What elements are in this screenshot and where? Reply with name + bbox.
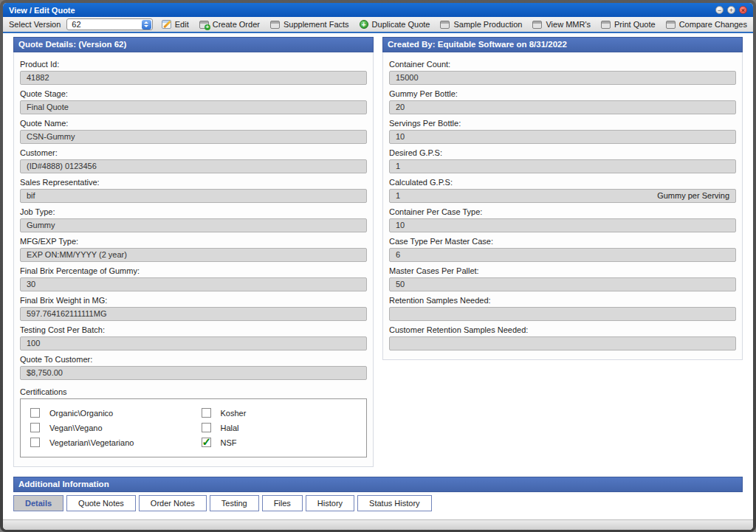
edit-button[interactable]: Edit [162, 20, 189, 29]
field-label-desired-g-p-s: Desired G.P.S: [389, 148, 736, 157]
created-by-body: Container Count:15000Gummy Per Bottle:20… [382, 52, 743, 360]
view-mmr-s-button[interactable]: View MMR's [532, 20, 591, 29]
cert-row-vegan-vegano: Vegan\Vegano [30, 423, 196, 432]
field-label-servings-per-bottle: Servings Per Bottle: [389, 119, 736, 128]
additional-information-header: Additional Information [13, 477, 743, 492]
cert-column-1: Organic\OrganicoVegan\VeganoVegetarian\V… [21, 408, 196, 447]
field-value-final-brix-weight-in-mg[interactable]: 597.764162111111MG [20, 307, 367, 321]
tab-order-notes[interactable]: Order Notes [139, 495, 207, 511]
print-quote-label: Print Quote [614, 20, 656, 29]
field-label-container-count: Container Count: [389, 60, 736, 69]
field-quote-name: Quote Name:CSN-Gummy [20, 119, 367, 144]
field-value-quote-name[interactable]: CSN-Gummy [20, 130, 367, 144]
edit-icon [162, 20, 171, 29]
compare-changes-button[interactable]: Compare Changes [666, 20, 747, 29]
create-order-button[interactable]: Create Order [199, 20, 260, 29]
field-label-master-cases-per-pallet: Master Cases Per Pallet: [389, 266, 736, 275]
supplement-facts-button[interactable]: Supplement Facts [270, 20, 349, 29]
field-value-product-id[interactable]: 41882 [20, 71, 367, 85]
quote-details-header: Quote Details: (Version 62) [13, 37, 374, 52]
window-icon [666, 21, 676, 29]
checkbox-organic-organico[interactable] [30, 408, 40, 418]
tab-testing[interactable]: Testing [210, 495, 259, 511]
window-inner: View / Edit Quote −+× Select Version 62 … [3, 3, 753, 530]
field-value-gummy-per-bottle[interactable]: 20 [389, 100, 736, 114]
print-quote-button[interactable]: Print Quote [601, 20, 656, 29]
version-select[interactable]: 62 [66, 18, 152, 30]
field-value-mfg-exp-type[interactable]: EXP ON:MM/YYYY (2 year) [20, 248, 367, 262]
checkbox-vegetarian-vegetariano[interactable] [30, 438, 40, 447]
field-value-text: 1 [396, 160, 400, 173]
field-label-sales-representative: Sales Representative: [20, 178, 367, 187]
view-mmr-s-label: View MMR's [546, 20, 591, 29]
checkbox-nsf[interactable] [202, 438, 211, 447]
toolbar-buttons: EditCreate OrderSupplement Facts+Duplica… [162, 20, 747, 29]
field-label-case-type-per-master-case: Case Type Per Master Case: [389, 237, 736, 246]
field-container-per-case-type: Container Per Case Type:10 [389, 207, 736, 232]
field-container-count: Container Count:15000 [389, 60, 736, 85]
field-label-testing-cost-per-batch: Testing Cost Per Batch: [20, 325, 367, 334]
minimize-button[interactable]: − [715, 6, 724, 14]
field-value-customer[interactable]: (ID#4888) 0123456 [20, 159, 367, 173]
duplicate-quote-button[interactable]: +Duplicate Quote [360, 20, 430, 29]
field-desired-g-p-s: Desired G.P.S:1 [389, 148, 736, 173]
close-button[interactable]: × [739, 6, 747, 14]
field-retention-samples-needed: Retention Samples Needed: [389, 296, 736, 321]
field-label-quote-stage: Quote Stage: [20, 89, 367, 98]
cert-row-kosher: Kosher [202, 408, 367, 418]
window-icon [270, 21, 280, 29]
field-value-master-cases-per-pallet[interactable]: 50 [389, 277, 736, 291]
field-suffix: Gummy per Serving [657, 190, 729, 202]
certifications-legend: Certifications [20, 387, 367, 396]
window-plus-icon [199, 21, 209, 29]
window-icon [601, 21, 611, 29]
field-value-text: 30 [27, 278, 35, 291]
cert-label-organic-organico: Organic\Organico [49, 409, 113, 418]
window-controls: −+× [715, 6, 747, 14]
field-value-text: 1 [396, 190, 400, 202]
cert-row-halal: Halal [202, 423, 367, 432]
cert-row-organic-organico: Organic\Organico [30, 408, 196, 418]
tab-history[interactable]: History [306, 495, 354, 511]
field-value-job-type[interactable]: Gummy [20, 218, 367, 232]
field-value-testing-cost-per-batch[interactable]: 100 [20, 336, 367, 350]
field-label-container-per-case-type: Container Per Case Type: [389, 207, 736, 216]
version-select-value: 62 [72, 20, 80, 29]
tab-files[interactable]: Files [262, 495, 303, 511]
field-value-text: $8,750.00 [27, 367, 63, 379]
sample-production-button[interactable]: Sample Production [440, 20, 522, 29]
checkbox-vegan-vegano[interactable] [30, 423, 40, 432]
field-label-calculated-g-p-s: Calculated G.P.S: [389, 178, 736, 187]
field-value-text: Gummy [27, 219, 55, 232]
tab-quote-notes[interactable]: Quote Notes [66, 495, 136, 511]
field-customer: Customer:(ID#4888) 0123456 [20, 148, 367, 173]
tab-status-history[interactable]: Status History [357, 495, 431, 511]
field-value-container-count[interactable]: 15000 [389, 71, 736, 85]
field-value-desired-g-p-s[interactable]: 1 [389, 159, 736, 173]
checkbox-halal[interactable] [202, 423, 211, 432]
field-product-id: Product Id:41882 [20, 60, 367, 85]
quote-details-fields: Product Id:41882Quote Stage:Final QuoteQ… [14, 60, 373, 380]
checkbox-kosher[interactable] [202, 408, 211, 418]
zoom-button[interactable]: + [727, 6, 735, 14]
field-value-final-brix-percentage-of-gummy[interactable]: 30 [20, 277, 367, 291]
field-servings-per-bottle: Servings Per Bottle:10 [389, 119, 736, 144]
created-by-panel: Created By: Equitable Software on 8/31/2… [382, 37, 743, 360]
field-final-brix-percentage-of-gummy: Final Brix Percentage of Gummy:30 [20, 266, 367, 291]
field-value-case-type-per-master-case[interactable]: 6 [389, 248, 736, 262]
field-value-container-per-case-type[interactable]: 10 [389, 218, 736, 232]
field-value-retention-samples-needed[interactable] [389, 307, 736, 321]
field-value-quote-stage[interactable]: Final Quote [20, 100, 367, 114]
field-sales-representative: Sales Representative:bif [20, 178, 367, 203]
field-value-customer-retention-samples-needed[interactable] [389, 336, 736, 350]
field-label-quote-to-customer: Quote To Customer: [20, 355, 367, 364]
field-value-text: 41882 [27, 72, 49, 84]
field-value-text: 10 [396, 219, 405, 232]
tab-details[interactable]: Details [13, 495, 63, 511]
field-value-text: (ID#4888) 0123456 [27, 160, 97, 173]
field-value-servings-per-bottle[interactable]: 10 [389, 130, 736, 144]
field-quote-stage: Quote Stage:Final Quote [20, 89, 367, 114]
field-value-sales-representative[interactable]: bif [20, 189, 367, 203]
field-value-calculated-g-p-s[interactable]: 1Gummy per Serving [389, 189, 736, 203]
field-value-quote-to-customer[interactable]: $8,750.00 [20, 366, 367, 380]
